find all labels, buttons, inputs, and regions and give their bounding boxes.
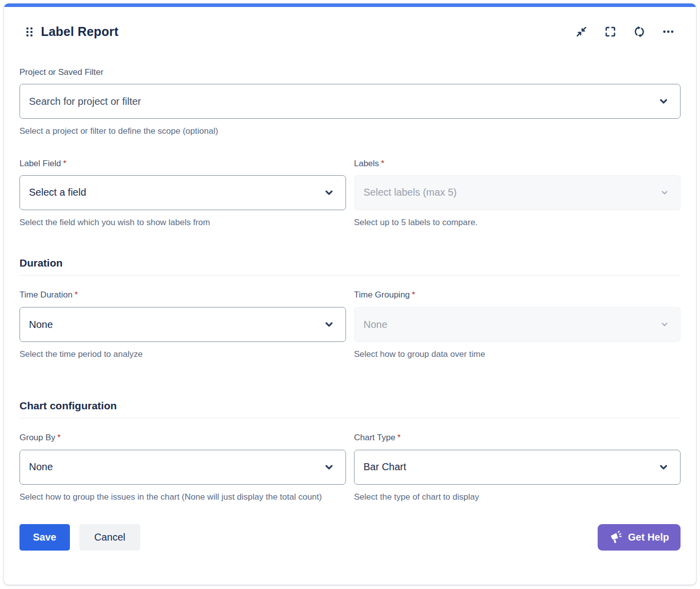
chart-type-select[interactable]: Bar Chart — [354, 450, 681, 485]
megaphone-icon — [609, 531, 623, 544]
collapse-icon[interactable] — [575, 25, 588, 38]
section-heading-chart-configuration: Chart configuration — [19, 400, 681, 412]
time-duration-label: Time Duration* — [19, 290, 346, 300]
cancel-button[interactable]: Cancel — [79, 524, 140, 551]
gadget-accent-bar — [4, 3, 696, 7]
field-group-by: Group By* None Select how to group the i… — [19, 433, 346, 504]
chart-type-label: Chart Type* — [354, 433, 681, 443]
chevron-down-icon — [658, 96, 669, 107]
group-by-helper: Select how to group the issues in the ch… — [19, 491, 346, 504]
footer-actions: Save Cancel Get Help — [19, 524, 681, 551]
group-by-label: Group By* — [19, 433, 346, 443]
labels-helper: Select up to 5 labels to compare. — [354, 217, 681, 229]
label-field-label: Label Field* — [19, 159, 346, 169]
field-labels: Labels* Select labels (max 5) Select up … — [354, 159, 681, 229]
chevron-down-icon — [660, 320, 669, 329]
label-field-select-value: Select a field — [29, 187, 86, 198]
group-by-select-value: None — [29, 461, 53, 473]
required-asterisk: * — [412, 290, 415, 299]
project-filter-select[interactable]: Search for project or filter — [19, 84, 681, 119]
get-help-label: Get Help — [628, 532, 669, 543]
time-grouping-helper: Select how to group data over time — [354, 348, 681, 361]
project-filter-select-value: Search for project or filter — [29, 96, 141, 107]
required-asterisk: * — [57, 433, 61, 442]
gadget-header: Label Report — [19, 24, 681, 39]
field-project-filter: Project or Saved Filter Search for proje… — [19, 67, 681, 138]
get-help-button[interactable]: Get Help — [598, 524, 681, 551]
refresh-icon[interactable] — [633, 25, 646, 38]
labels-select: Select labels (max 5) — [354, 175, 681, 210]
drag-handle-icon[interactable] — [26, 27, 32, 36]
section-heading-duration: Duration — [19, 257, 681, 269]
chevron-down-icon — [324, 462, 335, 473]
labels-label: Labels* — [354, 159, 681, 169]
chevron-down-icon — [658, 462, 669, 473]
fullscreen-icon[interactable] — [604, 25, 617, 38]
chevron-down-icon — [660, 188, 669, 197]
chart-type-helper: Select the type of chart to display — [354, 491, 681, 504]
project-filter-label: Project or Saved Filter — [19, 67, 681, 77]
chart-type-select-value: Bar Chart — [363, 461, 406, 473]
required-asterisk: * — [397, 433, 401, 442]
required-asterisk: * — [74, 290, 78, 299]
field-chart-type: Chart Type* Bar Chart Select the type of… — [354, 433, 681, 504]
labels-select-placeholder: Select labels (max 5) — [363, 187, 457, 198]
more-options-icon[interactable] — [662, 25, 675, 38]
time-duration-select-value: None — [29, 319, 53, 330]
required-asterisk: * — [381, 159, 384, 168]
field-label-field: Label Field* Select a field Select the f… — [19, 159, 346, 229]
time-duration-helper: Select the time period to analyze — [19, 348, 346, 361]
field-time-grouping: Time Grouping* None Select how to group … — [354, 290, 681, 361]
time-duration-select[interactable]: None — [19, 307, 346, 342]
time-grouping-select-value: None — [363, 319, 387, 330]
group-by-select[interactable]: None — [19, 450, 346, 485]
label-field-select[interactable]: Select a field — [19, 175, 346, 210]
field-time-duration: Time Duration* None Select the time peri… — [19, 290, 346, 361]
section-divider — [19, 275, 681, 276]
gadget-title: Label Report — [41, 24, 118, 39]
required-asterisk: * — [63, 159, 66, 168]
section-divider — [19, 418, 681, 418]
chevron-down-icon — [324, 187, 335, 198]
time-grouping-select: None — [354, 307, 681, 342]
time-grouping-label: Time Grouping* — [354, 290, 681, 300]
label-field-helper: Select the field which you wish to show … — [19, 217, 346, 229]
chevron-down-icon — [324, 319, 335, 330]
save-button[interactable]: Save — [19, 524, 70, 551]
label-report-gadget: Label Report — [3, 3, 697, 585]
project-filter-helper: Select a project or filter to define the… — [19, 125, 681, 138]
